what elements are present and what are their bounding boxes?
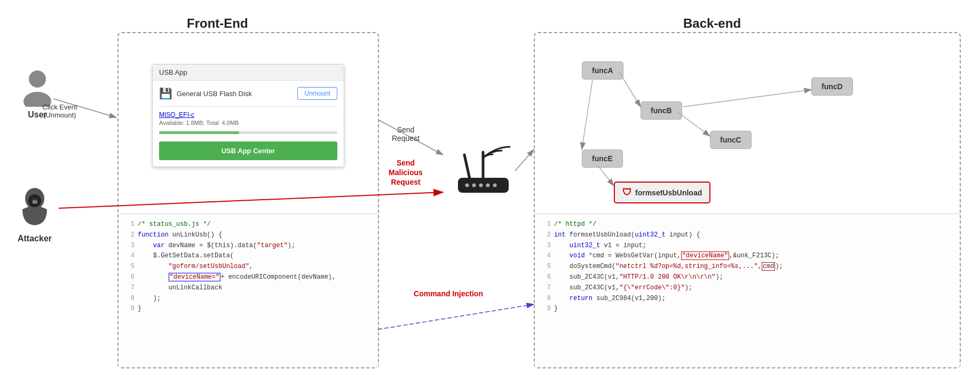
code-line-8: 8 ); <box>126 294 370 304</box>
be-code-line-7: 7 sub_2C43C(v1,"{\"errCode\":0}"); <box>542 283 952 294</box>
backend-title: Back-end <box>683 16 741 31</box>
progress-bar-fill <box>159 131 239 134</box>
svg-text:☠: ☠ <box>31 197 38 206</box>
be-code-line-4: 4 void *cmd = WebsGetVar(input,"deviceNa… <box>542 251 952 262</box>
formset-usb-unload-node: 🛡 formsetUsbUnload <box>614 182 710 203</box>
svg-text:Command Injection: Command Injection <box>414 289 483 298</box>
flash-drive-icon: 💾 <box>159 87 172 100</box>
svg-line-27 <box>464 155 470 179</box>
user-icon <box>21 69 53 107</box>
svg-point-1 <box>23 92 51 107</box>
alert-shield-icon: 🛡 <box>622 187 632 198</box>
svg-line-9 <box>53 99 116 117</box>
router-svg <box>448 128 518 198</box>
func-a-node: funcA <box>582 61 623 80</box>
func-b-node: funcB <box>641 101 682 120</box>
code-line-6: 6 "deviceName="+ encodeURIComponent(devN… <box>126 272 370 283</box>
svg-point-32 <box>479 184 483 187</box>
svg-line-19 <box>515 149 534 171</box>
unmount-button[interactable]: Unmount <box>297 87 337 100</box>
svg-text:Request: Request <box>391 178 421 186</box>
code-line-7: 7 unLinkCallback <box>126 283 370 294</box>
be-code-line-6: 6 sub_2C43C(v1,"HTTP/1.0 200 OK\r\n\r\n"… <box>542 272 952 283</box>
usb-body: 💾 General USB Flash Disk Unmount MISO_EF… <box>153 81 344 167</box>
code-line-1: 1 /* status_usb.js */ <box>126 219 370 230</box>
router-icon <box>448 128 518 200</box>
svg-line-25 <box>378 304 534 329</box>
be-code-line-1: 1 /* httpd */ <box>542 219 952 230</box>
progress-bar-bg <box>159 131 337 134</box>
usb-app-window: USB App 💾 General USB Flash Disk Unmount… <box>152 64 344 167</box>
code-line-3: 3 var devName = $(this).data("target"); <box>126 241 370 251</box>
svg-point-0 <box>29 70 46 88</box>
user-label: User <box>28 110 47 120</box>
frontend-title: Front-End <box>187 16 248 31</box>
svg-text:Send: Send <box>397 159 415 167</box>
frontend-code-panel: 1 /* status_usb.js */ 2 function unLinkU… <box>118 214 378 367</box>
backend-code-panel: 1 /* httpd */ 2 int formsetUsbUnload(uin… <box>535 214 960 367</box>
usb-titlebar: USB App <box>153 65 344 81</box>
code-line-2: 2 function unLinkUsb() { <box>126 230 370 241</box>
code-line-4: 4 $.GetSetData.setData( <box>126 251 370 262</box>
drive-info: Available: 1.8MB; Total: 4.0MB <box>159 120 337 126</box>
code-line-9: 9 } <box>126 304 370 314</box>
drive-divider <box>159 106 337 107</box>
svg-point-34 <box>493 184 497 187</box>
be-code-line-2: 2 int formsetUsbUnload(uint32_t input) { <box>542 230 952 241</box>
be-code-line-8: 8 return sub_2C984(v1,200); <box>542 294 952 304</box>
be-code-line-3: 3 uint32_t v1 = input; <box>542 241 952 251</box>
svg-point-30 <box>465 184 469 187</box>
device-row: 💾 General USB Flash Disk Unmount <box>159 87 337 100</box>
be-code-line-5: 5 doSystemCmd("netctrl %d?op=%d,string_i… <box>542 262 952 272</box>
func-e-node: funcE <box>582 149 623 168</box>
svg-text:Request: Request <box>392 134 420 143</box>
attacker-actor: ☠ Attacker <box>16 187 53 243</box>
be-code-line-9: 9 } <box>542 304 952 314</box>
drive-label: MISO_EFI-c <box>159 111 337 119</box>
usb-app-title: USB App <box>159 68 187 76</box>
main-diagram: Front-End Back-end User ☠ Attacker USB A… <box>0 0 980 378</box>
svg-text:Send: Send <box>397 125 415 134</box>
usb-app-center-button[interactable]: USB App Center <box>159 141 337 160</box>
user-actor: User <box>21 69 53 120</box>
code-line-5: 5 "goform/setUsbUnload", <box>126 262 370 272</box>
device-name: General USB Flash Disk <box>177 90 293 98</box>
svg-point-33 <box>486 184 490 187</box>
attacker-icon: ☠ <box>16 187 53 230</box>
svg-point-31 <box>472 184 476 187</box>
func-c-node: funcC <box>710 131 752 149</box>
svg-line-12 <box>379 120 443 155</box>
func-d-node: funcD <box>811 77 853 96</box>
svg-text:Malicious: Malicious <box>389 168 423 177</box>
attacker-label: Attacker <box>18 234 52 243</box>
